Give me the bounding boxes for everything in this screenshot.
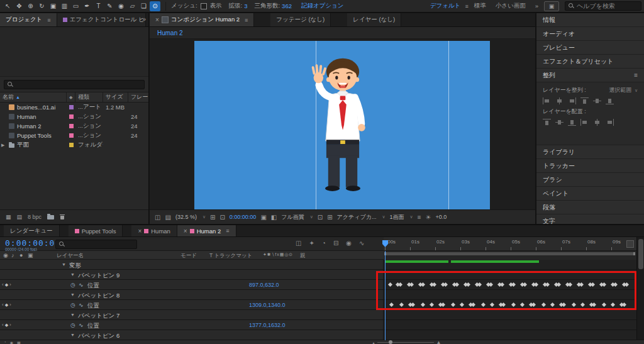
distribute-b-icon[interactable]: [568, 119, 576, 126]
column-fps[interactable]: フレー: [128, 92, 148, 102]
nav-keyframe-icon[interactable]: ◆: [5, 323, 9, 327]
right-panel-header[interactable]: 段落: [536, 201, 644, 214]
draft-3d-icon[interactable]: ✦: [309, 240, 314, 247]
right-panel-header[interactable]: プレビュー: [536, 41, 644, 55]
tab-human-2[interactable]: ×Human 2≡: [177, 225, 236, 236]
transfer-toggle-icon[interactable]: ▦: [17, 340, 21, 344]
tab-composition-human-2[interactable]: × コンポジション Human 2 ≡: [150, 13, 254, 26]
twirl-down-icon[interactable]: ▼: [62, 262, 66, 267]
work-area-track[interactable]: [384, 251, 636, 260]
column-type[interactable]: 種類: [75, 92, 103, 102]
shape-tool[interactable]: ▭: [70, 1, 81, 11]
timeline-scrollbar[interactable]: [636, 237, 644, 340]
record-options-button[interactable]: 記録オプション: [301, 2, 344, 10]
property-value[interactable]: 1309.0,1340.0: [249, 302, 286, 308]
workspace-standard[interactable]: 標準: [474, 2, 486, 10]
property-value[interactable]: 1377.0,1632.0: [249, 322, 286, 328]
roi-icon[interactable]: ⊡: [318, 214, 323, 221]
hand-tool[interactable]: ✥: [14, 1, 25, 11]
keyframe-navigator[interactable]: ‹◆›: [2, 282, 13, 287]
eraser-tool[interactable]: ▱: [127, 1, 138, 11]
grid-options-icon[interactable]: ⊞: [210, 214, 215, 221]
project-row[interactable]: ▶平面フォルダー: [0, 140, 148, 150]
mask-visibility-icon[interactable]: ⊡: [219, 214, 225, 221]
snapshot-icon[interactable]: ▣: [260, 214, 266, 221]
tab-project[interactable]: プロジェクト ≡: [0, 13, 57, 26]
distribute-t-icon[interactable]: [543, 119, 551, 126]
right-panel-header[interactable]: エフェクト＆プリセット: [536, 55, 644, 69]
expansion-value[interactable]: 3: [244, 3, 247, 9]
resolution-select[interactable]: フル画質: [281, 213, 304, 221]
nav-next-icon[interactable]: ›: [9, 322, 13, 328]
distribute-cx-icon[interactable]: [593, 119, 601, 126]
tab-effect-controls[interactable]: エフェクトコントロール ヒ: [57, 13, 146, 26]
property-name[interactable]: 位置: [87, 282, 99, 290]
tab-puppet-tools[interactable]: Puppet Tools: [69, 225, 123, 236]
column-parent[interactable]: 親: [300, 252, 306, 260]
panel-menu-icon[interactable]: ≡: [47, 17, 50, 23]
cartoon-character[interactable]: [292, 52, 393, 198]
align-b-icon[interactable]: [606, 97, 614, 104]
panel-menu-icon[interactable]: ≡: [226, 228, 229, 234]
timeline-row[interactable]: ‹◆›◷∿位置1377.0,1632.0: [0, 320, 636, 330]
zoom-level[interactable]: (32.5 %): [175, 214, 197, 220]
nav-next-icon[interactable]: ›: [9, 302, 13, 308]
list-view-icon[interactable]: ▤: [17, 214, 23, 220]
brush-tool[interactable]: ✎: [104, 1, 115, 11]
column-name[interactable]: 名前▲: [0, 92, 67, 102]
right-panel-header[interactable]: 情報: [536, 13, 644, 27]
graph-editor-icon[interactable]: ∿: [359, 240, 364, 247]
keyframe-navigator[interactable]: ‹◆›: [2, 302, 13, 308]
exposure-icon[interactable]: ☀: [426, 214, 431, 221]
view-layout-select[interactable]: 1画面: [390, 213, 404, 221]
rotate-tool[interactable]: ↻: [36, 1, 47, 11]
type-tool[interactable]: T: [93, 1, 104, 11]
label-color[interactable]: [67, 121, 75, 131]
pen-tool[interactable]: ✒: [82, 1, 92, 11]
right-panel-header[interactable]: ブラシ: [536, 173, 644, 187]
property-name[interactable]: 位置: [87, 302, 99, 310]
timeline-row[interactable]: ▼パペットピン 7: [0, 310, 636, 320]
graph-icon[interactable]: ∿: [79, 282, 84, 288]
work-area-bar[interactable]: [384, 252, 635, 255]
twirl-icon[interactable]: ▶: [0, 140, 6, 150]
new-folder-icon[interactable]: [47, 214, 54, 221]
viewer-timecode[interactable]: 0:00:00:00: [230, 214, 257, 220]
nav-next-icon[interactable]: ›: [9, 282, 13, 287]
column-mode[interactable]: モード: [180, 252, 197, 260]
selection-tool[interactable]: ↖: [3, 1, 13, 11]
tab-layer[interactable]: レイヤー (なし): [347, 13, 401, 26]
right-panel-header[interactable]: 文字: [536, 214, 644, 224]
expand-toggle-icon[interactable]: ◔: [4, 340, 6, 344]
trash-icon[interactable]: [60, 214, 65, 220]
project-row[interactable]: Puppet Tools...ション24: [0, 131, 148, 140]
right-panel-header[interactable]: 整列≡: [536, 69, 644, 82]
project-row[interactable]: Human 2...ション24: [0, 121, 148, 131]
always-preview-icon[interactable]: ◫: [155, 214, 160, 221]
column-label-icon[interactable]: ◆: [67, 92, 75, 102]
twirl-down-icon[interactable]: ▼: [70, 292, 75, 297]
puppet-pin-tool[interactable]: ⊙: [150, 1, 160, 11]
motion-blur-icon[interactable]: ◉: [346, 240, 352, 247]
composition-stage[interactable]: [194, 41, 490, 209]
column-layer-name[interactable]: レイヤー名: [57, 252, 84, 260]
zoom-slider[interactable]: [377, 342, 434, 343]
align-target-select[interactable]: 選択範囲 ∨: [609, 86, 638, 94]
zoom-out-icon[interactable]: ▴: [373, 340, 375, 344]
nav-keyframe-icon[interactable]: ◆: [5, 282, 9, 287]
align-t-icon[interactable]: [580, 97, 589, 104]
distribute-r-icon[interactable]: [606, 119, 614, 126]
shy-icon[interactable]: ◔: [322, 240, 326, 247]
project-bpc[interactable]: 8 bpc: [28, 214, 42, 220]
time-ruler[interactable]: :00s01s02s03s04s05s06s07s08s09s: [384, 237, 636, 251]
zoom-slider-handle[interactable]: [389, 340, 392, 344]
snapshot-button[interactable]: ▣: [544, 1, 559, 11]
zoom-tool[interactable]: ⊕: [25, 1, 36, 11]
exposure-value[interactable]: +0.0: [435, 214, 447, 220]
graph-icon[interactable]: ∿: [79, 302, 84, 308]
property-value[interactable]: 897.0,632.0: [249, 282, 279, 288]
camera-tool[interactable]: ▣: [48, 1, 58, 11]
pixel-aspect-icon[interactable]: ≡: [418, 214, 421, 221]
nav-keyframe-icon[interactable]: ◆: [5, 302, 9, 307]
twirl-down-icon[interactable]: ▼: [70, 272, 75, 277]
